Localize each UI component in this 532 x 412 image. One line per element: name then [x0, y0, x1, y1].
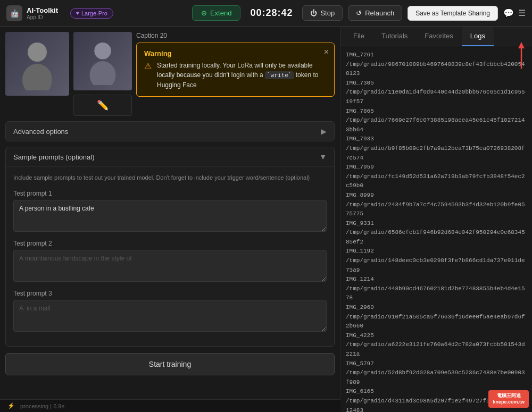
caption-label: Caption 20 [136, 32, 335, 39]
stop-icon: ⏻ [310, 9, 317, 17]
log-line: IMG_7933 [346, 134, 527, 144]
log-line: /tmp/gradio/a6222e3121fe760a64d2c782a073… [346, 340, 527, 359]
sample-prompts-desc: Include sample prompts to test out your … [13, 173, 327, 182]
log-line: IMG_8999 [346, 191, 527, 200]
prompt1-label: Test prompt 1 [13, 190, 327, 197]
log-line: IMG_5797 [346, 359, 527, 369]
log-line: IMG_1214 [346, 275, 527, 284]
badge-large-pro[interactable]: Large-Pro [70, 8, 113, 19]
app-logo: 🤖 [6, 5, 22, 21]
right-panel: File Tutorials Favorites Logs IMG_7261/t… [340, 27, 532, 412]
warning-title: Warning [144, 49, 327, 57]
main-layout: ✏️ Caption 20 Warning ⚠ Started training… [0, 27, 532, 412]
svg-point-3 [90, 61, 116, 85]
log-line: /tmp/gradio/448b90cd467602181d2be7748385… [346, 284, 527, 303]
sample-prompts-chevron-icon: ▼ [319, 153, 327, 161]
image-2 [73, 32, 132, 90]
menu-icon[interactable]: ☰ [518, 8, 526, 18]
sample-prompts-section: Sample prompts (optional) ▼ Include samp… [5, 147, 335, 347]
prompt1-input[interactable] [13, 200, 327, 232]
warning-close-button[interactable]: × [324, 47, 329, 57]
image-grid: ✏️ Caption 20 Warning ⚠ Started training… [5, 32, 335, 116]
watermark: 電腦王阿達knepe.com.tw [488, 390, 529, 408]
sample-prompts-header[interactable]: Sample prompts (optional) ▼ [6, 147, 334, 167]
sample-prompts-body: Include sample prompts to test out your … [6, 167, 334, 346]
prompt-group-2: Test prompt 2 [13, 240, 327, 283]
stop-button[interactable]: ⏻ Stop [302, 5, 343, 21]
log-line: /tmp/gradio/2434f9b7a7cf4c7594593b3f4d32… [346, 200, 527, 219]
sample-prompts-title: Sample prompts (optional) [13, 153, 94, 161]
timer-display: 00:28:42 [246, 7, 297, 19]
status-bar: ⚡ processing | 6.9s [0, 399, 340, 412]
log-line: /tmp/gradio/52d8bf92d028a709e539c5236c74… [346, 368, 527, 387]
left-panel: ✏️ Caption 20 Warning ⚠ Started training… [0, 27, 340, 412]
log-line: /tmp/gradio/910f21a505ca5f76636f16dee0f5… [346, 313, 527, 331]
prompt3-label: Test prompt 3 [13, 290, 327, 297]
prompt2-input[interactable] [13, 250, 327, 282]
log-line: /tmp/gradio/986701089bb4697640839c8ef43f… [346, 60, 527, 79]
warning-content: ⚠ Started training locally. Your LoRa wi… [144, 61, 327, 90]
svg-point-1 [22, 64, 52, 90]
topbar: 🤖 AI-Toolkit App ID Large-Pro Extend 00:… [0, 0, 532, 27]
prompt-group-1: Test prompt 1 [13, 190, 327, 233]
svg-point-2 [94, 43, 111, 60]
log-line: IMG_2960 [346, 303, 527, 313]
caption-area: Caption 20 Warning ⚠ Started training lo… [136, 32, 335, 116]
logo-area: 🤖 AI-Toolkit App ID [6, 5, 65, 21]
log-content: IMG_7261/tmp/gradio/986701089bb469764083… [340, 46, 532, 412]
log-line: /tmp/gradio/6586efcb1f946b92d684e042f950… [346, 228, 527, 247]
advanced-options-label: Advanced options [13, 128, 68, 136]
prompt3-input[interactable] [13, 300, 327, 332]
warning-icon: ⚠ [144, 61, 152, 71]
svg-marker-5 [518, 42, 525, 48]
tab-logs[interactable]: Logs [462, 27, 494, 46]
relaunch-button[interactable]: ↺ Relaunch [348, 5, 402, 21]
tabs-bar: File Tutorials Favorites Logs [340, 27, 532, 46]
log-line: IMG_7959 [346, 163, 527, 172]
tab-tutorials[interactable]: Tutorials [373, 27, 416, 46]
log-line: IMG_7261 [346, 51, 527, 60]
right-panel-wrapper: File Tutorials Favorites Logs IMG_7261/t… [340, 27, 532, 412]
app-title: AI-Toolkit [27, 6, 58, 14]
topbar-icons: 💬 ☰ [503, 8, 526, 18]
status-text: processing | 6.9s [20, 403, 64, 409]
warning-box: Warning ⚠ Started training locally. Your… [136, 43, 335, 97]
log-line: IMG_4225 [346, 331, 527, 341]
status-icon: ⚡ [7, 402, 15, 409]
svg-point-0 [28, 43, 47, 62]
log-line: /tmp/gradio/148deec0cb3e0298f3fe7b866cd1… [346, 256, 527, 275]
left-panel-wrapper: ✏️ Caption 20 Warning ⚠ Started training… [0, 27, 340, 412]
log-line: /tmp/gradio/fc149d52d531a62a719b3ab79fcf… [346, 172, 527, 191]
log-line: IMG_7865 [346, 107, 527, 116]
log-line: /tmp/gradio/11e0da1d4f0d9440c44d20bbb576… [346, 88, 527, 106]
person-image-1 [5, 32, 69, 96]
log-line: /tmp/gradio/7669e27f6c073885198aeea45c61… [346, 116, 527, 134]
log-line: IMG_1192 [346, 247, 527, 256]
extend-button[interactable]: Extend [192, 5, 240, 21]
warning-text: Started training locally. Your LoRa will… [157, 61, 327, 90]
prompt2-label: Test prompt 2 [13, 240, 327, 247]
start-training-button[interactable]: Start training [5, 353, 335, 375]
log-line: IMG_7305 [346, 79, 527, 88]
person-image-2 [73, 32, 132, 90]
image-1 [5, 32, 69, 96]
log-line: /tmp/gradio/b9f85b09c2fb7a9a12bea73b75ca… [346, 144, 527, 163]
tab-favorites[interactable]: Favorites [416, 27, 461, 46]
relaunch-icon: ↺ [356, 9, 362, 17]
advanced-options-header[interactable]: Advanced options ▶ [5, 121, 335, 141]
advanced-chevron-icon: ▶ [321, 127, 327, 136]
whatsapp-icon[interactable]: 💬 [503, 8, 514, 18]
tab-file[interactable]: File [345, 27, 373, 46]
logo-text: AI-Toolkit App ID [27, 6, 58, 20]
app-sub: App ID [27, 14, 58, 20]
save-template-button[interactable]: Save as Template Sharing [408, 6, 498, 21]
prompt-group-3: Test prompt 3 [13, 290, 327, 333]
log-line: IMG_9331 [346, 219, 527, 229]
